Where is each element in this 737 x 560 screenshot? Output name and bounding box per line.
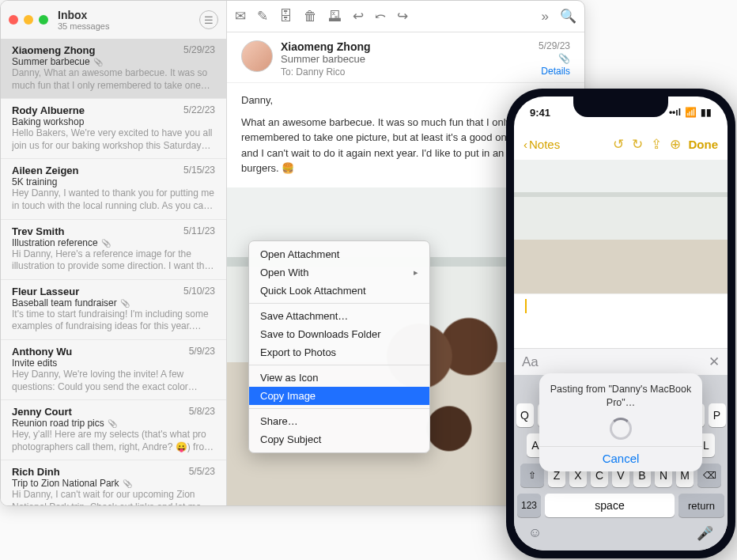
- msg-from: Trev Smith: [12, 225, 64, 237]
- context-menu-item[interactable]: Share…: [249, 412, 429, 430]
- context-menu-item[interactable]: Open With▸: [249, 263, 429, 282]
- msg-from: Rich Dinh: [12, 466, 60, 478]
- context-menu[interactable]: Open AttachmentOpen With▸Quick Look Atta…: [248, 240, 430, 453]
- letter-key[interactable]: P: [709, 403, 726, 427]
- paperclip-icon: [123, 478, 132, 489]
- close-window-icon[interactable]: [9, 15, 18, 25]
- chevron-right-icon: ▸: [414, 267, 418, 278]
- context-menu-item[interactable]: View as Icon: [249, 369, 429, 387]
- msg-from: Fleur Lasseur: [12, 286, 79, 297]
- spinner-icon: [610, 418, 632, 440]
- text-cursor[interactable]: [514, 299, 728, 315]
- trash-icon[interactable]: 🗑: [304, 9, 317, 25]
- forward-icon[interactable]: ↪︎: [397, 8, 408, 25]
- msg-preview: Hey, y'all! Here are my selects (that's …: [12, 429, 215, 453]
- message-item[interactable]: Fleur Lasseur5/10/23Baseball team fundra…: [1, 280, 226, 340]
- context-menu-item[interactable]: Quick Look Attachment: [249, 282, 429, 300]
- msg-from: Anthony Wu: [12, 346, 72, 358]
- back-button[interactable]: ‹ Notes: [523, 138, 560, 151]
- space-key[interactable]: space: [545, 494, 675, 517]
- reply-icon[interactable]: ↩︎: [353, 8, 364, 25]
- message-item[interactable]: Jenny Court5/8/23Reunion road trip pics …: [1, 400, 226, 460]
- mic-key[interactable]: 🎤: [697, 525, 713, 542]
- msg-date: 5/10/23: [183, 286, 215, 297]
- quicktype-bar: Aa ✕: [514, 348, 728, 375]
- envelope-icon[interactable]: ✉︎: [235, 8, 246, 25]
- junk-icon[interactable]: 🗳: [328, 9, 342, 25]
- emoji-key[interactable]: ☺: [528, 525, 542, 542]
- letter-key[interactable]: Q: [516, 403, 534, 427]
- filter-icon[interactable]: ☰: [199, 10, 218, 29]
- iphone-device: 9:41 ••ıl 📶 ▮▮ ‹ Notes ↺ ↻ ⇪ ⊕ Done Past…: [506, 89, 735, 558]
- message-item[interactable]: Rich Dinh5/5/23Trip to Zion National Par…: [1, 460, 226, 505]
- paste-text: Pasting from "Danny's MacBook Pro"…: [547, 383, 694, 410]
- undo-icon[interactable]: ↺: [613, 136, 624, 153]
- details-link[interactable]: Details: [539, 66, 570, 77]
- more-circle-icon[interactable]: ⊕: [670, 136, 681, 153]
- msg-date: 5/29/23: [183, 44, 215, 56]
- msg-subject: Illustration reference: [12, 237, 215, 248]
- msg-preview: Hi Danny, I can't wait for our upcoming …: [12, 489, 215, 505]
- paste-dialog: Pasting from "Danny's MacBook Pro"… Canc…: [539, 373, 702, 471]
- sender-avatar: [241, 40, 273, 72]
- message-item[interactable]: Trev Smith5/11/23Illustration reference …: [1, 220, 226, 280]
- context-menu-item[interactable]: Save Attachment…: [249, 307, 429, 325]
- context-menu-item[interactable]: Copy Subject: [249, 430, 429, 448]
- archive-icon[interactable]: 🗄: [279, 9, 293, 25]
- search-icon[interactable]: 🔍: [560, 8, 576, 25]
- header-subject: Summer barbecue: [281, 53, 531, 65]
- shift-key[interactable]: ⇧: [520, 464, 544, 487]
- msg-subject: Baking workshop: [12, 116, 215, 127]
- msg-from: Aileen Zeigen: [12, 165, 79, 176]
- msg-from: Jenny Court: [12, 406, 72, 418]
- msg-preview: Hi Danny, Here's a reference image for t…: [12, 248, 215, 273]
- message-header: Xiaomeng Zhong Summer barbecue To: Danny…: [227, 32, 584, 83]
- redo-icon[interactable]: ↻: [632, 136, 643, 153]
- zoom-window-icon[interactable]: [39, 15, 48, 25]
- compose-icon[interactable]: ✎: [257, 8, 268, 25]
- notes-nav-bar: ‹ Notes ↺ ↻ ⇪ ⊕ Done: [514, 128, 728, 160]
- dismiss-icon[interactable]: ✕: [709, 354, 720, 370]
- inbox-count: 35 messages: [58, 21, 199, 31]
- cancel-button[interactable]: Cancel: [547, 447, 694, 465]
- msg-subject: Trip to Zion National Park: [12, 478, 215, 489]
- message-item[interactable]: Anthony Wu5/9/23Invite editsHey Danny, W…: [1, 340, 226, 400]
- more-icon[interactable]: »: [542, 9, 549, 25]
- message-list[interactable]: Xiaomeng Zhong5/29/23Summer barbecue Dan…: [1, 39, 226, 505]
- chevron-left-icon: ‹: [523, 138, 527, 151]
- msg-date: 5/9/23: [189, 346, 215, 358]
- backspace-key[interactable]: ⌫: [697, 464, 721, 487]
- msg-date: 5/15/23: [183, 165, 215, 176]
- message-item[interactable]: Aileen Zeigen5/15/235K trainingHey Danny…: [1, 159, 226, 219]
- context-menu-item[interactable]: Copy Image: [249, 387, 429, 405]
- message-item[interactable]: Xiaomeng Zhong5/29/23Summer barbecue Dan…: [1, 39, 226, 99]
- msg-preview: Danny, What an awesome barbecue. It was …: [12, 67, 215, 92]
- msg-preview: Hey Danny, We're loving the invite! A fe…: [12, 369, 215, 393]
- status-time: 9:41: [530, 107, 550, 119]
- context-menu-item[interactable]: Export to Photos: [249, 343, 429, 361]
- minimize-window-icon[interactable]: [24, 15, 33, 25]
- battery-icon: ▮▮: [701, 107, 712, 118]
- done-button[interactable]: Done: [689, 138, 719, 151]
- msg-subject: Reunion road trip pics: [12, 418, 215, 429]
- inbox-title-block: Inbox 35 messages: [58, 9, 199, 31]
- header-from: Xiaomeng Zhong: [281, 40, 531, 53]
- msg-subject: Baseball team fundraiser: [12, 297, 215, 308]
- window-controls[interactable]: [9, 15, 48, 25]
- msg-from: Xiaomeng Zhong: [12, 44, 95, 56]
- iphone-screen: 9:41 ••ıl 📶 ▮▮ ‹ Notes ↺ ↻ ⇪ ⊕ Done Past…: [514, 96, 728, 551]
- header-to: To: Danny Rico: [281, 66, 531, 78]
- msg-preview: It's time to start fundraising! I'm incl…: [12, 308, 215, 333]
- numbers-key[interactable]: 123: [517, 494, 541, 517]
- context-menu-item[interactable]: Save to Downloads Folder: [249, 325, 429, 343]
- reply-all-icon[interactable]: ⤺: [375, 8, 386, 25]
- msg-date: 5/11/23: [183, 225, 215, 237]
- paperclip-icon: [108, 418, 117, 429]
- format-icon[interactable]: Aa: [522, 354, 539, 370]
- paperclip-icon: [93, 56, 103, 67]
- share-icon[interactable]: ⇪: [651, 136, 662, 153]
- context-menu-item[interactable]: Open Attachment: [249, 245, 429, 263]
- message-item[interactable]: Rody Albuerne5/22/23Baking workshopHello…: [1, 99, 226, 159]
- inbox-title: Inbox: [58, 9, 199, 21]
- return-key[interactable]: return: [678, 494, 724, 517]
